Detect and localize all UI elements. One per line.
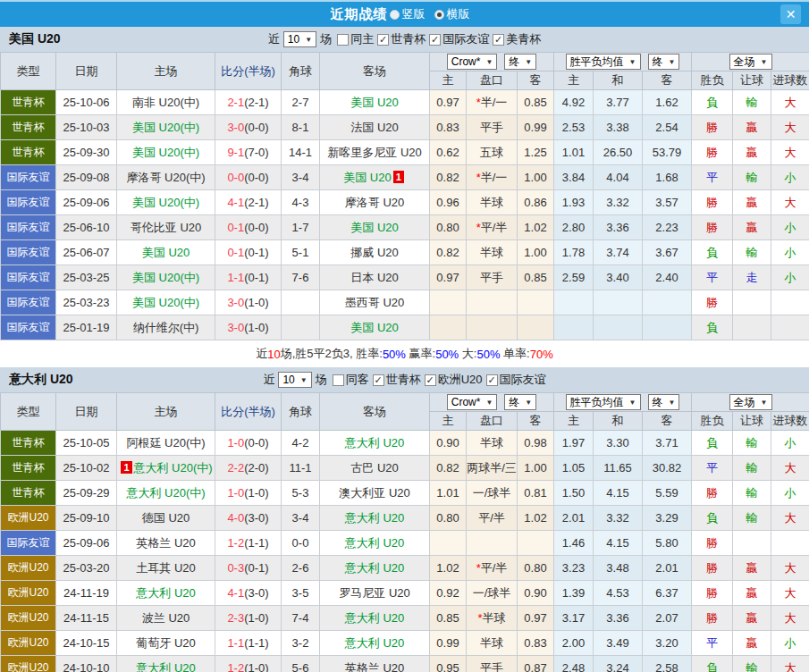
- away-team-cell[interactable]: 意大利 U20: [320, 531, 430, 556]
- home-team-name[interactable]: 英格兰 U20: [136, 536, 195, 550]
- away-team-name[interactable]: 意大利 U20: [345, 536, 404, 550]
- away-team-name[interactable]: 意大利 U20: [345, 511, 404, 525]
- home-team-name[interactable]: 美国 U20(中): [132, 296, 199, 309]
- away-team-cell[interactable]: 摩洛哥 U20: [320, 190, 430, 215]
- away-team-name[interactable]: 罗马尼亚 U20: [339, 586, 409, 600]
- away-team-cell[interactable]: 古巴 U20: [320, 456, 430, 481]
- competition-checkbox[interactable]: 国际友谊: [429, 31, 489, 47]
- checkbox-checked-icon[interactable]: [425, 374, 436, 386]
- away-team-name[interactable]: 澳大利亚 U20: [339, 486, 409, 500]
- away-team-cell[interactable]: 英格兰 U20: [320, 656, 430, 672]
- away-team-name[interactable]: 法国 U20: [350, 121, 398, 134]
- home-team-cell[interactable]: 意大利 U20: [117, 656, 215, 672]
- home-team-name[interactable]: 摩洛哥 U20(中): [126, 171, 205, 184]
- home-team-name[interactable]: 意大利 U20(中): [134, 461, 213, 475]
- home-team-cell[interactable]: 意大利 U20(中): [117, 481, 215, 506]
- home-team-cell[interactable]: 葡萄牙 U20: [117, 631, 215, 656]
- home-team-name[interactable]: 美国 U20: [142, 246, 190, 259]
- home-team-cell[interactable]: 意大利 U20: [117, 581, 215, 606]
- checkbox-checked-icon[interactable]: [486, 374, 498, 386]
- away-team-cell[interactable]: 澳大利亚 U20: [320, 481, 430, 506]
- home-team-name[interactable]: 意大利 U20: [136, 661, 195, 672]
- home-team-name[interactable]: 哥伦比亚 U20: [131, 221, 201, 234]
- home-team-cell[interactable]: 哥伦比亚 U20: [117, 215, 215, 240]
- home-team-name[interactable]: 波兰 U20: [142, 611, 190, 625]
- home-team-name[interactable]: 美国 U20(中): [132, 271, 199, 284]
- home-team-name[interactable]: 美国 U20(中): [132, 146, 199, 159]
- away-team-name[interactable]: 意大利 U20: [345, 636, 404, 650]
- odds-source-select[interactable]: Crow*▼: [447, 394, 498, 410]
- home-team-name[interactable]: 阿根廷 U20(中): [126, 436, 205, 449]
- competition-checkbox[interactable]: 国际友谊: [486, 372, 546, 388]
- checkbox-icon[interactable]: [333, 374, 344, 386]
- away-team-cell[interactable]: 墨西哥 U20: [320, 290, 430, 315]
- scope-select[interactable]: 全场▼: [729, 54, 772, 70]
- away-team-cell[interactable]: 意大利 U20: [320, 606, 430, 631]
- home-team-cell[interactable]: 波兰 U20: [117, 606, 215, 631]
- home-team-name[interactable]: 土耳其 U20: [136, 561, 195, 575]
- home-team-cell[interactable]: 南非 U20(中): [117, 90, 215, 115]
- radio-icon[interactable]: [434, 10, 444, 20]
- home-team-cell[interactable]: 土耳其 U20: [117, 556, 215, 581]
- away-team-cell[interactable]: 美国 U20: [320, 90, 430, 115]
- competition-checkbox[interactable]: 世青杯: [373, 372, 421, 388]
- radio-icon[interactable]: [390, 10, 400, 20]
- home-team-name[interactable]: 意大利 U20(中): [126, 486, 205, 500]
- same-away-checkbox[interactable]: 同客: [333, 372, 369, 388]
- away-team-cell[interactable]: 法国 U20: [320, 115, 430, 140]
- layout-radio-option[interactable]: 竖版: [390, 6, 426, 22]
- home-team-cell[interactable]: 英格兰 U20: [117, 531, 215, 556]
- checkbox-checked-icon[interactable]: [373, 374, 384, 386]
- away-team-name[interactable]: 美国 U20: [350, 221, 398, 234]
- away-team-name[interactable]: 墨西哥 U20: [345, 296, 404, 309]
- checkbox-checked-icon[interactable]: [377, 34, 389, 46]
- home-team-cell[interactable]: 纳什维尔(中): [117, 315, 215, 340]
- competition-checkbox[interactable]: 美青杯: [493, 31, 541, 47]
- away-team-cell[interactable]: 意大利 U20: [320, 556, 430, 581]
- away-team-name[interactable]: 日本 U20: [350, 271, 398, 284]
- home-team-cell[interactable]: 德国 U20: [117, 506, 215, 531]
- home-team-cell[interactable]: 摩洛哥 U20(中): [117, 165, 215, 190]
- away-team-name[interactable]: 摩洛哥 U20: [345, 196, 404, 209]
- away-team-cell[interactable]: 挪威 U20: [320, 240, 430, 265]
- layout-radio-option[interactable]: 横版: [434, 6, 470, 22]
- odds-time-select[interactable]: 终▼: [504, 54, 536, 70]
- odds-time-select[interactable]: 终▼: [504, 394, 536, 410]
- avg-time-select[interactable]: 终▼: [648, 394, 680, 410]
- away-team-name[interactable]: 英格兰 U20: [345, 661, 404, 672]
- away-team-cell[interactable]: 日本 U20: [320, 265, 430, 290]
- checkbox-icon[interactable]: [337, 34, 349, 46]
- away-team-cell[interactable]: 意大利 U20: [320, 506, 430, 531]
- match-count-select[interactable]: 10▼: [283, 31, 316, 47]
- avg-time-select[interactable]: 终▼: [648, 54, 680, 70]
- close-button[interactable]: ✕: [780, 4, 801, 24]
- home-team-name[interactable]: 美国 U20(中): [132, 196, 199, 209]
- home-team-cell[interactable]: 美国 U20(中): [117, 115, 215, 140]
- away-team-cell[interactable]: 意大利 U20: [320, 631, 430, 656]
- away-team-name[interactable]: 意大利 U20: [345, 436, 404, 449]
- away-team-cell[interactable]: 美国 U201: [320, 165, 430, 190]
- competition-checkbox[interactable]: 欧洲U20: [425, 372, 483, 388]
- home-team-name[interactable]: 德国 U20: [142, 511, 190, 525]
- home-team-cell[interactable]: 美国 U20(中): [117, 140, 215, 165]
- away-team-name[interactable]: 古巴 U20: [350, 461, 398, 475]
- home-team-name[interactable]: 纳什维尔(中): [133, 321, 199, 334]
- away-team-name[interactable]: 挪威 U20: [350, 246, 398, 259]
- checkbox-checked-icon[interactable]: [429, 34, 441, 46]
- home-team-cell[interactable]: 美国 U20: [117, 240, 215, 265]
- away-team-cell[interactable]: 美国 U20: [320, 215, 430, 240]
- away-team-name[interactable]: 意大利 U20: [345, 611, 404, 625]
- home-team-name[interactable]: 美国 U20(中): [132, 121, 199, 134]
- checkbox-checked-icon[interactable]: [493, 34, 504, 46]
- match-count-select[interactable]: 10▼: [278, 372, 311, 388]
- home-team-name[interactable]: 南非 U20(中): [132, 96, 199, 109]
- home-team-name[interactable]: 意大利 U20: [136, 586, 195, 600]
- home-team-cell[interactable]: 1意大利 U20(中): [117, 456, 215, 481]
- home-team-cell[interactable]: 美国 U20(中): [117, 190, 215, 215]
- competition-checkbox[interactable]: 世青杯: [377, 31, 426, 47]
- same-home-checkbox[interactable]: 同主: [337, 31, 374, 47]
- away-team-name[interactable]: 意大利 U20: [345, 561, 404, 575]
- away-team-cell[interactable]: 美国 U20: [320, 315, 430, 340]
- home-team-cell[interactable]: 美国 U20(中): [117, 265, 215, 290]
- away-team-name[interactable]: 美国 U20: [350, 96, 398, 109]
